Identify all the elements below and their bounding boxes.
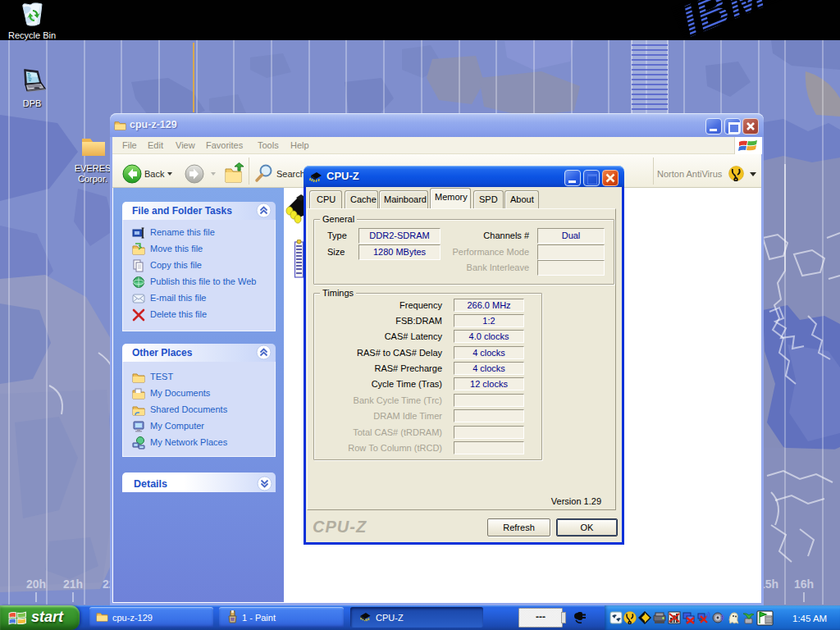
svg-text:21h: 21h	[63, 578, 83, 591]
svg-text:16h: 16h	[794, 578, 814, 591]
svg-text:20h: 20h	[26, 578, 46, 591]
